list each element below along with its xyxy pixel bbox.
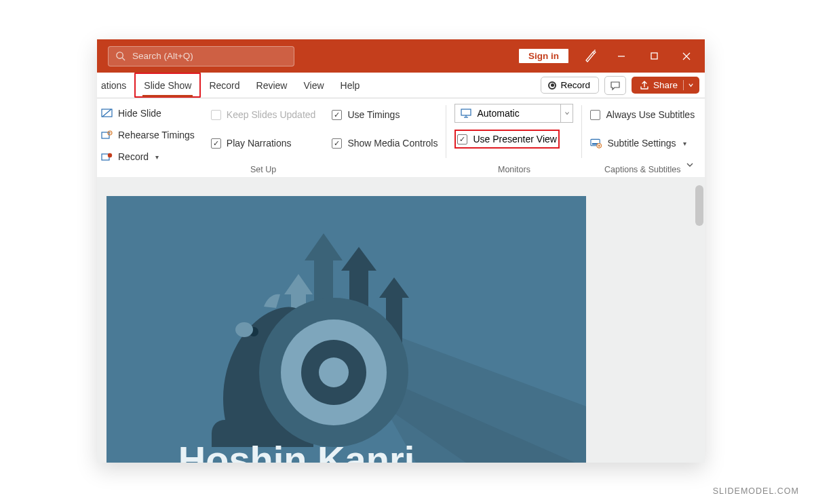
chevron-down-icon — [685, 160, 695, 170]
maximize-button[interactable] — [638, 39, 670, 73]
ribbon-tabs: ations Slide Show Record Review View Hel… — [97, 73, 705, 98]
monitor-select[interactable]: Automatic — [454, 104, 573, 123]
use-presenter-view-label: Use Presenter View — [473, 134, 556, 144]
search-input[interactable]: Search (Alt+Q) — [108, 46, 294, 66]
watermark: SLIDEMODEL.COM — [713, 486, 799, 496]
record-button[interactable]: Record — [541, 77, 599, 94]
show-media-controls-checkbox[interactable]: ✓ Show Media Controls — [332, 134, 438, 153]
play-narrations-label: Play Narrations — [227, 138, 292, 149]
tab-record[interactable]: Record — [201, 73, 248, 98]
checkbox-icon: ✓ — [332, 110, 342, 120]
share-label: Share — [653, 80, 678, 90]
comment-icon — [610, 80, 621, 91]
svg-rect-3 — [651, 53, 657, 59]
always-use-subtitles-label: Always Use Subtitles — [606, 109, 695, 120]
record-dot-icon — [548, 81, 556, 90]
hide-slide-label: Hide Slide — [118, 108, 161, 119]
checkbox-icon — [590, 110, 600, 120]
group-setup-col2: ✓ Use Timings ✓ Show Media Controls — [324, 98, 446, 177]
monitor-icon — [461, 109, 471, 118]
rehearse-timings-icon — [101, 130, 113, 141]
svg-point-0 — [117, 52, 123, 58]
ribbon: Hide Slide Rehearse Timings Record ▾ Kee… — [97, 98, 705, 177]
ribbon-collapse-button[interactable] — [682, 157, 698, 173]
title-bar: Search (Alt+Q) Sign in — [97, 39, 705, 73]
tab-slide-show[interactable]: Slide Show — [134, 73, 201, 98]
monitor-value: Automatic — [477, 108, 519, 119]
use-presenter-view-checkbox[interactable]: ✓ Use Presenter View — [454, 130, 559, 149]
tab-help[interactable]: Help — [332, 73, 368, 98]
record-dropdown-icon — [101, 151, 113, 163]
comments-button[interactable] — [604, 76, 626, 95]
minimize-button[interactable] — [606, 39, 637, 73]
svg-point-28 — [235, 322, 253, 337]
tab-view[interactable]: View — [295, 73, 332, 98]
group-commands-left: Hide Slide Rehearse Timings Record ▾ — [97, 98, 203, 177]
subtitle-settings-icon — [590, 138, 602, 149]
group-monitors: Automatic ✓ Use Presenter View Monitors — [446, 98, 581, 177]
use-timings-label: Use Timings — [347, 109, 400, 120]
chevron-down-icon — [683, 80, 694, 90]
app-window: Search (Alt+Q) Sign in ations Slide Show… — [97, 39, 705, 463]
rehearse-timings-label: Rehearse Timings — [118, 130, 195, 140]
chevron-down-icon: ▾ — [155, 153, 159, 161]
record-dropdown[interactable]: Record ▾ — [101, 147, 195, 166]
rehearse-timings-button[interactable]: Rehearse Timings — [101, 125, 195, 144]
setup-group-label: Set Up — [203, 165, 324, 174]
group-setup-col1: Keep Slides Updated ✓ Play Narrations Se… — [203, 98, 324, 177]
vertical-scrollbar[interactable] — [695, 185, 703, 226]
svg-line-1 — [122, 58, 125, 60]
share-icon — [640, 81, 649, 90]
record-button-label: Record — [560, 80, 590, 90]
share-button[interactable]: Share — [632, 77, 699, 94]
slide-title: Hoshin Kanri — [178, 438, 414, 463]
svg-point-32 — [319, 357, 349, 387]
checkbox-icon: ✓ — [211, 138, 221, 149]
subtitle-settings-label: Subtitle Settings — [607, 138, 676, 149]
chevron-down-icon — [560, 104, 573, 122]
draw-icon[interactable] — [577, 39, 604, 73]
tab-review[interactable]: Review — [248, 73, 296, 98]
svg-point-13 — [108, 153, 112, 157]
svg-line-7 — [102, 109, 111, 117]
checkbox-icon: ✓ — [332, 138, 342, 149]
checkbox-icon — [211, 110, 221, 120]
always-use-subtitles-checkbox[interactable]: Always Use Subtitles — [590, 105, 695, 124]
tab-partial[interactable]: ations — [98, 73, 134, 98]
use-timings-checkbox[interactable]: ✓ Use Timings — [332, 105, 438, 124]
checkbox-icon: ✓ — [457, 134, 467, 144]
subtitle-settings-dropdown[interactable]: Subtitle Settings ▾ — [590, 134, 695, 153]
play-narrations-checkbox[interactable]: ✓ Play Narrations — [211, 134, 316, 153]
chevron-down-icon: ▾ — [683, 140, 686, 147]
keep-slides-updated-label: Keep Slides Updated — [227, 109, 316, 120]
keep-slides-updated-checkbox: Keep Slides Updated — [211, 105, 316, 124]
record-dropdown-label: Record — [118, 151, 149, 162]
hide-slide-icon — [101, 108, 113, 119]
tabbar-right: Record Share — [541, 73, 699, 98]
titlebar-right: Sign in — [518, 39, 702, 73]
slide-canvas-area: Hoshin Kanri — [97, 177, 705, 463]
svg-rect-14 — [461, 109, 471, 115]
hide-slide-button[interactable]: Hide Slide — [101, 104, 195, 123]
signin-button[interactable]: Sign in — [518, 48, 569, 64]
show-media-controls-label: Show Media Controls — [347, 138, 438, 149]
search-placeholder: Search (Alt+Q) — [132, 51, 193, 61]
slide-preview[interactable]: Hoshin Kanri — [106, 196, 586, 463]
close-button[interactable] — [671, 39, 702, 73]
search-icon — [115, 51, 125, 61]
monitors-group-label: Monitors — [446, 165, 581, 174]
slide-graphic: Hoshin Kanri — [106, 196, 586, 463]
